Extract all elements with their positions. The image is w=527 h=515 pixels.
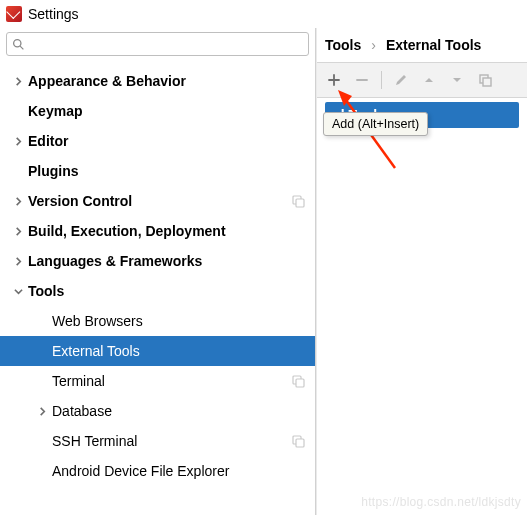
chevron-right-icon[interactable] [32,407,52,416]
tree-item-label: Tools [28,283,315,299]
tree-item-plugins[interactable]: Plugins [0,156,315,186]
tree-item-label: Terminal [52,373,291,389]
toolbar [325,69,519,91]
move-down-button[interactable] [448,71,466,89]
app-icon [6,6,22,22]
svg-rect-5 [296,379,304,387]
tree-item-languages-frameworks[interactable]: Languages & Frameworks [0,246,315,276]
tree-item-label: External Tools [52,343,315,359]
tree-item-ssh-terminal[interactable]: SSH Terminal [0,426,315,456]
project-scope-icon [291,374,305,388]
chevron-right-icon[interactable] [8,137,28,146]
tree-item-label: Web Browsers [52,313,315,329]
tree-item-tools[interactable]: Tools [0,276,315,306]
breadcrumb: Tools › External Tools [317,28,527,62]
tree-item-label: SSH Terminal [52,433,291,449]
tree-item-build-execution-deployment[interactable]: Build, Execution, Deployment [0,216,315,246]
tree-item-label: Android Device File Explorer [52,463,315,479]
tree-item-external-tools[interactable]: External Tools [0,336,315,366]
chevron-right-icon[interactable] [8,77,28,86]
project-scope-icon [291,194,305,208]
copy-button[interactable] [476,71,494,89]
edit-button[interactable] [392,71,410,89]
settings-tree[interactable]: Appearance & BehaviorKeymapEditorPlugins… [0,62,315,515]
search-icon [12,38,25,51]
tree-item-web-browsers[interactable]: Web Browsers [0,306,315,336]
search-box[interactable] [6,32,309,56]
chevron-down-icon[interactable] [8,287,28,296]
tree-item-editor[interactable]: Editor [0,126,315,156]
chevron-right-icon[interactable] [8,227,28,236]
add-button[interactable] [325,71,343,89]
tree-item-label: Build, Execution, Deployment [28,223,315,239]
tree-item-label: Appearance & Behavior [28,73,315,89]
breadcrumb-current: External Tools [386,37,481,53]
chevron-right-icon[interactable] [8,257,28,266]
tree-item-keymap[interactable]: Keymap [0,96,315,126]
tree-item-label: Languages & Frameworks [28,253,315,269]
svg-line-1 [20,46,23,49]
toolbar-separator [381,71,382,89]
settings-sidebar: Appearance & BehaviorKeymapEditorPlugins… [0,28,316,515]
search-input[interactable] [28,37,303,51]
tree-item-version-control[interactable]: Version Control [0,186,315,216]
tree-item-label: Plugins [28,163,315,179]
window-title: Settings [28,6,79,22]
move-up-button[interactable] [420,71,438,89]
tree-item-label: Version Control [28,193,291,209]
remove-button[interactable] [353,71,371,89]
svg-point-0 [14,39,21,46]
add-tooltip: Add (Alt+Insert) [323,112,428,136]
tree-item-terminal[interactable]: Terminal [0,366,315,396]
tree-item-label: Editor [28,133,315,149]
svg-rect-9 [483,78,491,86]
tree-item-android-device-file-explorer[interactable]: Android Device File Explorer [0,456,315,486]
tree-item-label: Database [52,403,315,419]
tree-item-database[interactable]: Database [0,396,315,426]
settings-detail: Tools › External Tools [316,28,527,515]
tree-item-label: Keymap [28,103,315,119]
breadcrumb-sep: › [371,37,376,53]
tree-item-appearance-behavior[interactable]: Appearance & Behavior [0,66,315,96]
chevron-right-icon[interactable] [8,197,28,206]
svg-rect-3 [296,199,304,207]
project-scope-icon [291,434,305,448]
svg-rect-7 [296,439,304,447]
breadcrumb-root[interactable]: Tools [325,37,361,53]
